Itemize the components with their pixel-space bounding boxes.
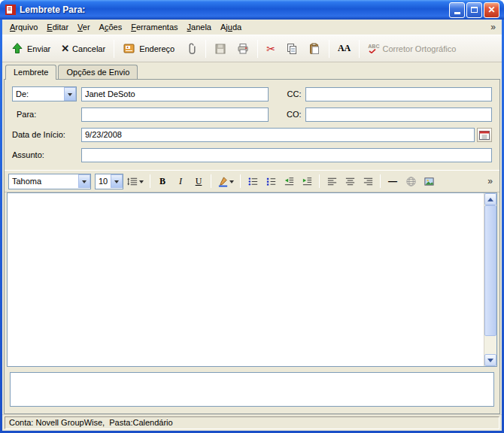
copy-icon: [286, 43, 298, 55]
scrollbar-thumb[interactable]: [484, 205, 496, 336]
message-body[interactable]: [8, 193, 484, 366]
window-controls: ✕: [449, 2, 499, 18]
cut-button[interactable]: ✂: [261, 38, 281, 59]
statusbar: Conta: Novell GroupWise, Pasta:Calendári…: [2, 414, 502, 431]
cancel-icon: ✕: [61, 43, 69, 54]
cc-input[interactable]: [305, 87, 493, 101]
app-icon: [5, 4, 17, 16]
print-button[interactable]: [232, 38, 254, 59]
chevron-down-icon[interactable]: [111, 174, 123, 188]
align-right-button[interactable]: [360, 174, 376, 189]
line-spacing-button[interactable]: [125, 174, 146, 189]
scrollbar-track[interactable]: [484, 205, 496, 354]
titlebar[interactable]: Lembrete Para: ✕: [0, 0, 504, 20]
align-left-button[interactable]: [323, 174, 340, 189]
bc-label: CO:: [276, 110, 302, 119]
minimize-button[interactable]: [449, 2, 465, 18]
align-right-icon: [363, 176, 374, 187]
align-center-button[interactable]: [342, 174, 358, 189]
chevron-down-icon[interactable]: [78, 174, 90, 188]
scrollbar-down-button[interactable]: [484, 354, 496, 366]
send-icon: [11, 42, 24, 55]
client-area: Arquivo Editar Ver Ações Ferramentas Jan…: [2, 20, 502, 431]
paste-icon: [308, 43, 320, 55]
menubar-overflow-chevron[interactable]: »: [487, 22, 499, 32]
save-button[interactable]: [209, 38, 232, 59]
underline-button[interactable]: U: [190, 174, 207, 189]
bold-button[interactable]: B: [154, 174, 171, 189]
address-book-icon: [123, 42, 136, 55]
from-selector-label: De:: [13, 89, 64, 98]
insert-image-button[interactable]: [421, 174, 437, 189]
bc-input[interactable]: [305, 107, 493, 122]
vertical-scrollbar[interactable]: [484, 193, 496, 366]
outdent-icon: [284, 176, 295, 187]
paste-button[interactable]: [303, 38, 326, 59]
italic-button[interactable]: I: [172, 174, 189, 189]
menu-ver[interactable]: Ver: [73, 21, 95, 33]
tab-lembrete[interactable]: Lembrete: [5, 65, 56, 80]
spellcheck-label: Corretor Ortográfico: [382, 44, 456, 53]
editor-area: [7, 192, 497, 367]
copy-button[interactable]: [281, 38, 303, 59]
calendar-icon: [479, 130, 490, 140]
send-label: Enviar: [27, 44, 50, 53]
font-color-icon: [217, 176, 229, 187]
save-icon: [214, 43, 226, 55]
increase-indent-button[interactable]: [299, 174, 315, 189]
tab-opcoes-de-envio[interactable]: Opções de Envio: [58, 65, 138, 79]
field-row: Data de Início:: [12, 126, 492, 143]
from-input[interactable]: [81, 87, 269, 101]
close-button[interactable]: ✕: [484, 2, 499, 18]
menu-ferramentas[interactable]: Ferramentas: [126, 21, 182, 33]
menu-arquivo[interactable]: Arquivo: [5, 21, 42, 33]
menu-acoes[interactable]: Ações: [95, 21, 127, 33]
format-separator: [240, 174, 241, 188]
chevron-down-icon[interactable]: [64, 87, 76, 101]
to-input[interactable]: [81, 107, 269, 122]
spellcheck-icon: ABC: [368, 44, 379, 53]
address-label: Endereço: [139, 44, 175, 53]
print-icon: [237, 43, 249, 55]
menu-ajuda[interactable]: Ajuda: [216, 21, 246, 33]
formatbar-overflow-chevron[interactable]: »: [484, 176, 496, 186]
attachment-pane[interactable]: [10, 372, 494, 407]
font-color-button[interactable]: [215, 174, 236, 189]
scrollbar-up-button[interactable]: [484, 193, 496, 205]
cc-label: CC:: [276, 89, 302, 98]
tabstrip: Lembrete Opções de Envio: [2, 62, 502, 79]
scissors-icon: ✂: [266, 43, 275, 55]
chevron-down-icon: [139, 180, 144, 186]
paperclip-icon: [185, 43, 197, 55]
numbered-list-button[interactable]: [263, 174, 279, 189]
format-separator: [380, 174, 381, 188]
font-family-combo[interactable]: Tahoma: [8, 174, 91, 189]
chevron-down-icon: [229, 180, 234, 186]
toolbar-separator: [205, 40, 206, 58]
cancel-button[interactable]: ✕ Cancelar: [56, 38, 111, 59]
indent-icon: [302, 176, 313, 187]
horizontal-rule-button[interactable]: —: [384, 174, 401, 189]
font-size-combo[interactable]: 10: [95, 174, 123, 189]
field-row: Para: CO:: [12, 106, 492, 123]
subject-input[interactable]: [81, 148, 492, 162]
numbered-list-icon: [266, 176, 277, 187]
cancel-label: Cancelar: [72, 44, 105, 53]
spellcheck-button[interactable]: ABC Corretor Ortográfico: [363, 38, 461, 59]
font-button[interactable]: AA: [332, 38, 356, 59]
menu-editar[interactable]: Editar: [42, 21, 73, 33]
hyperlink-button[interactable]: [402, 174, 419, 189]
menu-janela[interactable]: Janela: [183, 21, 216, 33]
calendar-picker-button[interactable]: [477, 128, 492, 142]
attach-button[interactable]: [180, 38, 202, 59]
decrease-indent-button[interactable]: [281, 174, 297, 189]
header-fields: De: CC: Para: CO: Data de Início:: [5, 80, 499, 170]
bullet-list-button[interactable]: [244, 174, 261, 189]
maximize-button[interactable]: [466, 2, 482, 18]
address-button[interactable]: Endereço: [117, 38, 180, 59]
from-selector[interactable]: De:: [12, 86, 77, 101]
field-row: Assunto:: [12, 147, 492, 163]
start-date-input[interactable]: [81, 128, 475, 142]
send-button[interactable]: Enviar: [5, 38, 56, 59]
field-row: De: CC:: [12, 86, 492, 102]
